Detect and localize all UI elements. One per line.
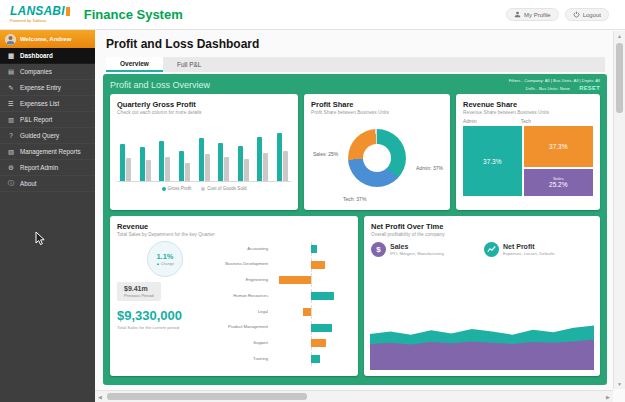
bar — [311, 261, 325, 269]
sidebar-item-label: P&L Report — [20, 116, 52, 123]
revenue-row[interactable]: Human Resources — [221, 290, 349, 303]
change-value: 1.1% — [156, 252, 173, 261]
previous-period-kpi: $9.41m Previous Period — [117, 282, 161, 301]
bar — [199, 138, 204, 181]
gross-profit-chart[interactable] — [117, 120, 291, 182]
header: LANSABI Powered by Tableau Finance Syste… — [0, 0, 625, 30]
scroll-up-arrow[interactable]: ▲ — [614, 31, 625, 41]
sidebar-item-management-reports[interactable]: ▧Management Reports — [0, 144, 95, 160]
bar-group[interactable] — [120, 120, 131, 181]
bar-group[interactable] — [140, 120, 151, 181]
welcome-banner[interactable]: Welcome, Andrew — [0, 30, 95, 48]
card-revenue: Revenue Total Sales by Department for th… — [110, 216, 358, 376]
treemap-sales-box[interactable]: Sales 25.2% — [524, 169, 594, 196]
revenue-row[interactable]: Product Management — [221, 321, 349, 334]
bar — [279, 276, 311, 284]
logo: LANSABI Powered by Tableau — [10, 5, 70, 24]
sidebar-item-label: Management Reports — [20, 148, 81, 155]
bar-group[interactable] — [257, 120, 268, 181]
vertical-scroll-thumb[interactable] — [616, 43, 623, 113]
scroll-down-arrow[interactable]: ▼ — [614, 379, 625, 389]
logout-label: Logout — [583, 12, 601, 18]
logo-accent-text: BI — [52, 5, 64, 18]
sidebar-item-label: Companies — [20, 68, 52, 75]
logo-mark-icon — [66, 7, 70, 16]
treemap-tech-box[interactable]: 37.3% — [524, 126, 594, 167]
horizontal-scrollbar[interactable]: ◀ ▶ — [95, 390, 613, 402]
card-title: Revenue Share — [463, 100, 593, 109]
horizontal-scroll-thumb[interactable] — [107, 393, 307, 400]
revenue-row[interactable]: Training — [221, 353, 349, 366]
companies-icon: ▤ — [7, 68, 15, 76]
avatar — [5, 34, 16, 45]
treemap-admin-box[interactable]: 37.3% — [463, 126, 522, 196]
sidebar-item-expenses-list[interactable]: ☰Expenses List — [0, 96, 95, 112]
bar-group[interactable] — [218, 120, 229, 181]
revenue-row[interactable]: Accounting — [221, 242, 349, 255]
donut-hole — [363, 144, 391, 172]
panel-header: Profit and Loss Overview Filters - Compa… — [110, 77, 600, 94]
bar — [140, 147, 145, 181]
vertical-scrollbar[interactable]: ▲ ▼ — [613, 31, 625, 389]
sidebar-item-label: Expense Entry — [20, 84, 61, 91]
revenue-row[interactable]: Engineering — [221, 274, 349, 287]
tab-overview[interactable]: Overview — [106, 57, 163, 72]
sidebar-item-label: About — [20, 180, 36, 187]
department-label: Engineering — [221, 278, 273, 283]
bar-track — [273, 261, 349, 269]
sidebar-item-expense-entry[interactable]: ✎Expense Entry — [0, 80, 95, 96]
bar — [126, 158, 131, 181]
profit-share-donut[interactable] — [348, 129, 406, 187]
scroll-right-arrow[interactable]: ▶ — [603, 391, 613, 402]
bar — [311, 355, 320, 363]
sales-kpi-desc: IPO, Mergers, Manufacturing — [390, 251, 444, 256]
dashboard-icon: ▦ — [7, 52, 15, 60]
tab-full-pl[interactable]: Full P&L — [163, 57, 216, 72]
bar-group[interactable] — [179, 120, 190, 181]
treemap-label-tech: Tech — [521, 119, 531, 124]
treemap-tech-value: 37.3% — [549, 143, 567, 150]
sidebar-item-about[interactable]: ⓘAbout — [0, 176, 95, 192]
bar-track — [273, 339, 349, 347]
department-label: Product Management — [221, 325, 273, 330]
bar — [185, 163, 190, 181]
my-profile-button[interactable]: My Profile — [506, 8, 559, 21]
sidebar-item-label: Expenses List — [20, 100, 59, 107]
previous-period-label: Previous Period — [124, 293, 154, 298]
sidebar-item-p-l-report[interactable]: ▥P&L Report — [0, 112, 95, 128]
about-icon: ⓘ — [7, 179, 15, 188]
logout-button[interactable]: Logout — [565, 8, 609, 21]
expenses-list-icon: ☰ — [7, 100, 15, 108]
bar — [120, 144, 125, 181]
treemap-right-column: 37.3% Sales 25.2% — [524, 126, 594, 196]
header-actions: My Profile Logout — [506, 8, 609, 21]
sidebar-item-companies[interactable]: ▤Companies — [0, 64, 95, 80]
bar-group[interactable] — [238, 120, 249, 181]
sidebar-item-report-admin[interactable]: ⚙Report Admin — [0, 160, 95, 176]
slice-label-admin: Admin: 37% — [416, 165, 443, 171]
bar — [205, 154, 210, 181]
bar — [159, 141, 164, 181]
revenue-row[interactable]: Support — [221, 337, 349, 350]
revenue-bars[interactable]: AccountingBusiness DevelopmentEngineerin… — [221, 239, 351, 369]
overview-panel: Profit and Loss Overview Filters - Compa… — [103, 74, 607, 385]
revenue-row[interactable]: Legal — [221, 305, 349, 318]
department-label: Support — [221, 341, 273, 346]
card-revenue-share: Revenue Share Revenue Share between Busi… — [456, 94, 600, 210]
net-profit-chart[interactable] — [370, 308, 594, 370]
reset-button[interactable]: RESET — [579, 85, 600, 91]
bar-group[interactable] — [277, 120, 288, 181]
card-subtitle: Profit Share between Business Units — [311, 110, 443, 115]
bar — [165, 157, 170, 181]
scroll-left-arrow[interactable]: ◀ — [95, 391, 105, 402]
card-profit-share: Profit Share Profit Share between Busine… — [304, 94, 450, 210]
bar — [283, 151, 288, 182]
report-admin-icon: ⚙ — [7, 164, 15, 172]
sidebar-item-dashboard[interactable]: ▦Dashboard — [0, 48, 95, 64]
revenue-row[interactable]: Business Development — [221, 258, 349, 271]
sidebar-item-guided-query[interactable]: ?Guided Query — [0, 128, 95, 144]
bar-group[interactable] — [199, 120, 210, 181]
mouse-cursor — [35, 231, 46, 246]
bar-group[interactable] — [159, 120, 170, 181]
dollar-icon: $ — [371, 242, 386, 257]
